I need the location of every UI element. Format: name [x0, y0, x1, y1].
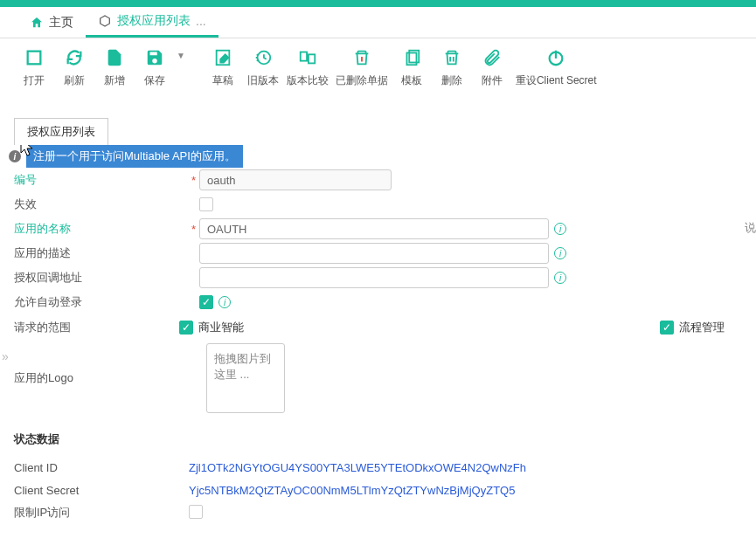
- info-text: 注册一个用于访问Multiable API的应用。: [33, 148, 236, 164]
- subtab-authapps[interactable]: 授权应用列表: [14, 118, 108, 145]
- svg-rect-4: [309, 54, 315, 63]
- power-icon: [545, 47, 566, 68]
- scope-bi-checkbox[interactable]: [179, 321, 193, 335]
- code-field[interactable]: [199, 169, 392, 190]
- client-id-value: Zjl1OTk2NGYtOGU4YS00YTA3LWE5YTEtODkxOWE4…: [189, 461, 526, 474]
- svg-rect-0: [28, 52, 41, 65]
- cube-icon: [98, 14, 112, 28]
- restrict-ip-label: 限制IP访问: [14, 505, 189, 521]
- save-icon: [144, 47, 165, 68]
- deleted-icon: [351, 47, 372, 68]
- client-secret-value: Yjc5NTBkM2QtZTAyOC00NmM5LTlmYzQtZTYwNzBj…: [189, 484, 515, 497]
- tab-current-label: 授权应用列表: [117, 13, 191, 29]
- help-icon[interactable]: i: [554, 223, 566, 235]
- delete-button[interactable]: 删除: [432, 47, 472, 88]
- paperclip-icon: [482, 47, 503, 68]
- new-icon: [104, 47, 125, 68]
- info-icon: i: [9, 150, 21, 162]
- new-button[interactable]: 新增: [94, 47, 135, 88]
- home-icon: [30, 16, 44, 30]
- draft-button[interactable]: 草稿: [203, 47, 243, 88]
- tab-current[interactable]: 授权应用列表 ...: [86, 7, 218, 38]
- main-tabs: 主页 授权应用列表 ...: [0, 7, 756, 38]
- template-icon: [401, 47, 422, 68]
- scope-bi-label: 商业智能: [198, 320, 244, 335]
- toolbar: 打开 刷新 新增 保存 ▼ 草稿 旧版本 版本比较 已删除单据 模板 删除: [0, 38, 756, 104]
- save-caret-icon[interactable]: ▼: [177, 51, 185, 60]
- refresh-button[interactable]: 刷新: [54, 47, 94, 88]
- svg-rect-3: [301, 52, 307, 61]
- tab-home[interactable]: 主页: [17, 7, 86, 38]
- label-callback: 授权回调地址: [14, 270, 189, 286]
- history-icon: [253, 47, 274, 68]
- disabled-checkbox[interactable]: [199, 197, 213, 211]
- cutoff-text: 说: [745, 220, 756, 236]
- help-icon[interactable]: i: [554, 247, 566, 259]
- autologin-checkbox[interactable]: [199, 295, 213, 309]
- restrict-ip-checkbox[interactable]: [189, 505, 203, 519]
- logo-dropzone[interactable]: 拖拽图片到这里 ...: [206, 343, 285, 413]
- label-appname: 应用的名称: [14, 221, 189, 237]
- open-icon: [24, 47, 45, 68]
- label-scope: 请求的范围: [14, 320, 152, 335]
- label-logo: 应用的Logo: [14, 370, 189, 386]
- label-code: 编号: [14, 172, 189, 188]
- status-section-title: 状态数据: [14, 431, 756, 447]
- compare-icon: [297, 47, 318, 68]
- scope-flow-checkbox[interactable]: [660, 321, 674, 335]
- refresh-icon: [64, 47, 85, 68]
- attach-button[interactable]: 附件: [472, 47, 512, 88]
- client-id-label: Client ID: [14, 461, 189, 474]
- help-icon[interactable]: i: [554, 272, 566, 284]
- reset-secret-button[interactable]: 重设Client Secret: [512, 47, 600, 88]
- scope-flow-label: 流程管理: [679, 320, 725, 335]
- tab-home-label: 主页: [49, 15, 73, 31]
- callback-field[interactable]: [199, 267, 549, 288]
- draft-icon: [212, 47, 233, 68]
- client-secret-label: Client Secret: [14, 484, 189, 497]
- compare-button[interactable]: 版本比较: [283, 47, 332, 88]
- help-icon[interactable]: i: [218, 296, 231, 308]
- expand-chevron-icon[interactable]: »: [2, 349, 9, 363]
- deleted-button[interactable]: 已删除单据: [332, 47, 392, 88]
- tab-dots: ...: [196, 14, 206, 28]
- appname-field[interactable]: [199, 218, 549, 239]
- form: 编号 * 失效 应用的名称 * i 应用的描述 i 授权回调地址 i: [14, 168, 742, 417]
- save-button[interactable]: 保存: [135, 47, 175, 88]
- oldver-button[interactable]: 旧版本: [243, 47, 283, 88]
- open-button[interactable]: 打开: [14, 47, 54, 88]
- label-autologin: 允许自动登录: [14, 294, 189, 310]
- appdesc-field[interactable]: [199, 243, 549, 264]
- delete-icon: [441, 47, 462, 68]
- label-disabled: 失效: [14, 197, 189, 212]
- template-button[interactable]: 模板: [392, 47, 432, 88]
- label-appdesc: 应用的描述: [14, 245, 189, 261]
